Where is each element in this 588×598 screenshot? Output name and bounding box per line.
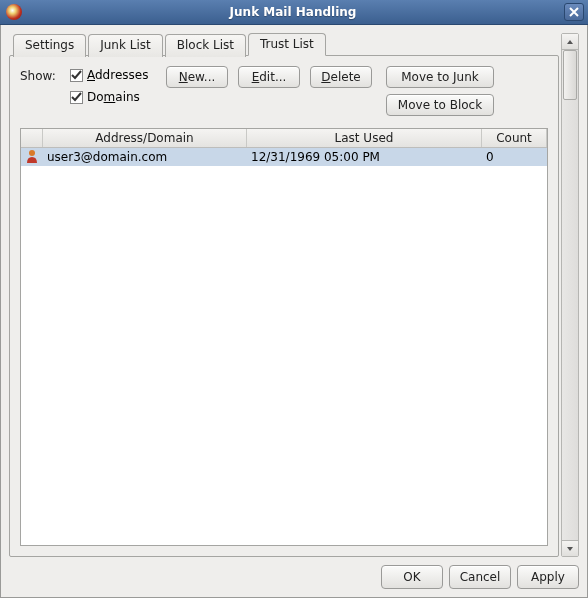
table-row[interactable]: user3@domain.com 12/31/1969 05:00 PM 0 xyxy=(21,148,547,166)
edit-button[interactable]: Edit... xyxy=(238,66,300,88)
checkmark-icon xyxy=(71,92,82,103)
tab-label: Block List xyxy=(177,38,234,52)
domains-checkbox[interactable]: Domains xyxy=(70,90,156,104)
cancel-button[interactable]: Cancel xyxy=(449,565,511,589)
window-title: Junk Mail Handling xyxy=(22,5,564,19)
column-last-used[interactable]: Last Used xyxy=(247,129,482,147)
apply-button[interactable]: Apply xyxy=(517,565,579,589)
tab-label: Settings xyxy=(25,38,74,52)
scroll-track[interactable] xyxy=(562,50,578,540)
close-button[interactable] xyxy=(564,3,584,21)
checkbox-box xyxy=(70,91,83,104)
column-icon[interactable] xyxy=(21,129,43,147)
delete-button[interactable]: Delete xyxy=(310,66,372,88)
addresses-checkbox[interactable]: Addresses xyxy=(70,68,156,82)
row-last-used: 12/31/1969 05:00 PM xyxy=(247,150,482,164)
svg-point-0 xyxy=(29,150,35,156)
trust-list-table: Address/Domain Last Used Count user3@dom… xyxy=(20,128,548,546)
app-icon xyxy=(6,4,22,20)
scroll-down-arrow[interactable] xyxy=(562,540,578,556)
column-address[interactable]: Address/Domain xyxy=(43,129,247,147)
vertical-scrollbar[interactable] xyxy=(561,33,579,557)
dialog-buttons: OK Cancel Apply xyxy=(1,557,587,597)
column-count[interactable]: Count xyxy=(482,129,547,147)
chevron-down-icon xyxy=(566,545,574,553)
table-body[interactable]: user3@domain.com 12/31/1969 05:00 PM 0 xyxy=(21,148,547,545)
tab-label: Junk List xyxy=(100,38,151,52)
row-count: 0 xyxy=(482,150,547,164)
move-to-junk-button[interactable]: Move to Junk xyxy=(386,66,494,88)
checkbox-label: Domains xyxy=(87,90,140,104)
scroll-up-arrow[interactable] xyxy=(562,34,578,50)
tab-settings[interactable]: Settings xyxy=(13,34,86,57)
scroll-thumb[interactable] xyxy=(563,50,577,100)
close-icon xyxy=(569,7,579,17)
tab-trust-list[interactable]: Trust List xyxy=(248,33,326,56)
checkbox-label: Addresses xyxy=(87,68,148,82)
person-icon xyxy=(25,149,39,163)
tab-label: Trust List xyxy=(260,37,314,51)
move-to-block-button[interactable]: Move to Block xyxy=(386,94,494,116)
tab-junk-list[interactable]: Junk List xyxy=(88,34,163,57)
row-icon-cell xyxy=(21,149,43,166)
titlebar[interactable]: Junk Mail Handling xyxy=(0,0,588,25)
show-label: Show: xyxy=(20,66,64,83)
window-body: Settings Junk List Block List Trust List… xyxy=(0,25,588,598)
row-address: user3@domain.com xyxy=(43,150,247,164)
checkmark-icon xyxy=(71,70,82,81)
trust-list-panel: Show: Addresses Domains xyxy=(9,55,559,557)
tab-block-list[interactable]: Block List xyxy=(165,34,246,57)
table-header: Address/Domain Last Used Count xyxy=(21,129,547,148)
new-button[interactable]: New... xyxy=(166,66,228,88)
checkbox-box xyxy=(70,69,83,82)
ok-button[interactable]: OK xyxy=(381,565,443,589)
tab-strip: Settings Junk List Block List Trust List xyxy=(13,33,559,56)
chevron-up-icon xyxy=(566,38,574,46)
